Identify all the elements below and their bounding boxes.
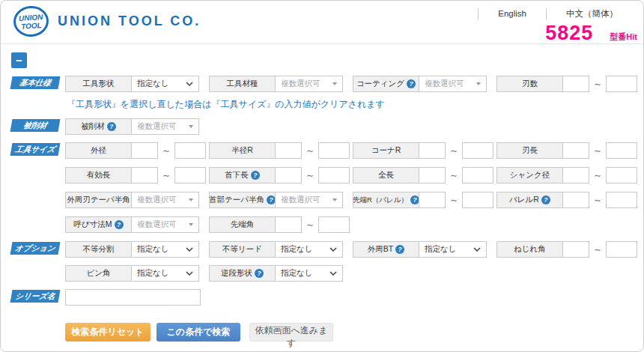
help-icon[interactable]: ? [255,269,264,278]
search-button[interactable]: この条件で検索 [157,323,240,342]
select-value: 指定なし [425,244,457,255]
range-tilde: ～ [593,194,602,207]
help-icon[interactable]: ? [251,171,260,180]
series-name-input[interactable] [65,289,201,306]
radius-r-min-input[interactable] [275,142,302,159]
flute-length-min-input[interactable] [562,142,589,159]
field-group-under-neck-length: 首下長 ? ～ [209,167,350,183]
field-group-tip-angle: 先端角 ～ [209,216,350,233]
overall-length-max-input[interactable] [462,167,493,183]
field-label-coating: コーティング ? [353,76,419,92]
triangle-down-icon [189,198,193,201]
triangle-down-icon [332,82,337,85]
outer-dia-min-input[interactable] [131,142,158,159]
field-group-work-material: 被削材 ? 複数選択可 [65,118,199,135]
select-value: 複数選択可 [425,79,464,89]
field-label-under-neck-length: 首下長 ? [209,167,276,183]
field-label-text: 首部テーパ半角 [209,195,264,205]
help-icon[interactable]: ? [407,79,416,88]
tip-angle-max-input[interactable] [318,216,350,233]
help-icon[interactable]: ? [107,122,116,131]
range-tilde: ～ [449,169,458,182]
field-group-helix-angle: ねじれ角 ～ [496,241,637,258]
proceed-button[interactable]: 依頼画面へ進みます [249,323,333,342]
search-form-window: UNION TOOL UNION TOOL CO. English 中文（簡体）… [0,0,644,352]
field-group-neck-taper: 首部テーパ半角 ? 複数選択可 [209,192,343,208]
reverse-step-select[interactable]: 指定なし [275,265,343,282]
help-icon[interactable]: ? [541,195,550,204]
field-label-radius-r: 半径R [209,142,276,159]
range-tilde: ～ [593,78,602,91]
effective-length-max-input[interactable] [174,167,206,183]
radius-r-max-input[interactable] [318,142,350,159]
under-neck-length-max-input[interactable] [318,167,350,183]
field-group-pin-angle: ピン角 指定なし [65,265,199,282]
collapse-button[interactable]: − [11,52,27,68]
helix-angle-min-input[interactable] [562,241,589,258]
range-tilde: ～ [593,243,602,256]
chevron-down-icon [186,271,193,276]
overall-length-min-input[interactable] [419,167,446,183]
lang-link-english[interactable]: English [479,9,546,18]
triangle-down-icon [476,82,481,85]
field-label-text: 被削材 [81,121,105,132]
select-value: 複数選択可 [281,79,321,89]
effective-length-min-input[interactable] [131,167,158,183]
section-badge-basic: 基本仕様 [10,76,61,89]
tool-material-select[interactable]: 複数選択可 [275,76,343,92]
neck-taper-select[interactable]: 複数選択可 [275,192,343,208]
unequal-lead-select[interactable]: 指定なし [275,241,343,258]
reset-button[interactable]: 検索条件リセット [65,323,151,342]
work-material-select[interactable]: 複数選択可 [131,118,199,135]
field-label-text: 先端R（バレル） [353,195,408,205]
hit-count: 5825 [545,22,593,45]
select-value: 複数選択可 [281,195,321,205]
chevron-down-icon [473,247,481,252]
triangle-down-icon [189,125,193,128]
flute-count-max-input[interactable] [606,76,637,92]
shank-dia-min-input[interactable] [562,167,589,183]
shape-reset-note: 『工具形状』を選択し直した場合は『工具サイズ』の入力値がクリアされます [67,98,385,111]
union-tool-logo-icon: UNION TOOL [13,4,50,37]
field-group-shank-dia: シャンク径 ～ [496,167,637,183]
field-label-text: 逆段形状 [221,268,252,279]
header-divider [1,43,643,44]
tip-r-barrel-max-input[interactable] [462,192,493,208]
nominal-m-select[interactable]: 複数選択可 [131,216,199,233]
field-label-tool-shape: 工具形状 [65,76,132,92]
select-value: 指定なし [137,244,169,255]
select-value: 指定なし [281,244,313,255]
field-label-text: 呼び寸法M [74,219,112,230]
field-group-outer-bt: 外周BT ? 指定なし [353,241,487,258]
field-label-helix-angle: ねじれ角 [496,241,563,258]
field-label-neck-taper: 首部テーパ半角 ? [209,192,276,208]
flute-count-min-input[interactable] [562,76,589,92]
tip-angle-min-input[interactable] [275,216,302,233]
tip-r-barrel-min-input[interactable] [419,192,446,208]
outer-bt-select[interactable]: 指定なし [419,241,487,258]
barrel-r-min-input[interactable] [562,192,589,208]
helix-angle-max-input[interactable] [606,241,637,258]
field-label-unequal-lead: 不等リード [209,241,276,258]
under-neck-length-min-input[interactable] [275,167,302,183]
help-icon[interactable]: ? [395,245,404,254]
chevron-down-icon [329,247,337,252]
select-value: 指定なし [281,268,313,279]
field-group-tool-shape: 工具形状 指定なし [65,76,199,92]
corner-r-min-input[interactable] [419,142,446,159]
tool-shape-select[interactable]: 指定なし [131,76,199,92]
pin-angle-select[interactable]: 指定なし [131,265,199,282]
coating-select[interactable]: 複数選択可 [419,76,487,92]
field-label-nominal-m: 呼び寸法M ? [65,216,132,233]
barrel-r-max-input[interactable] [606,192,637,208]
select-value: 指定なし [137,268,169,279]
lang-link-chinese[interactable]: 中文（簡体） [547,8,637,19]
flute-length-max-input[interactable] [606,142,637,159]
corner-r-max-input[interactable] [462,142,493,159]
peripheral-taper-select[interactable]: 複数選択可 [131,192,199,208]
shank-dia-max-input[interactable] [606,167,637,183]
company-name: UNION TOOL CO. [58,13,201,29]
help-icon[interactable]: ? [115,220,124,229]
unequal-division-select[interactable]: 指定なし [131,241,199,258]
outer-dia-max-input[interactable] [174,142,206,159]
